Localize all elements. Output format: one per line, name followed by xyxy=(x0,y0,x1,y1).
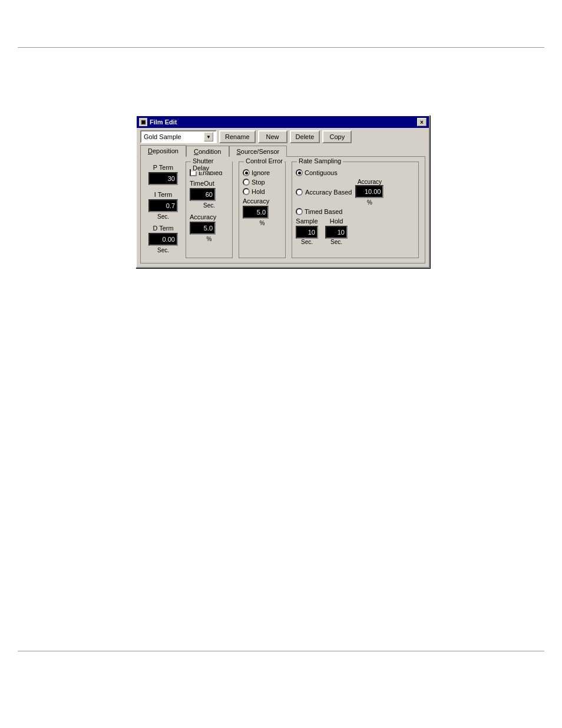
shutter-delay-group: Shutter Delay Enabled TimeOut 60 Sec. Ac… xyxy=(186,162,233,258)
stop-radio[interactable] xyxy=(243,179,250,186)
timeout-input[interactable]: 60 xyxy=(190,188,216,201)
p-term-input[interactable]: 30 xyxy=(148,172,178,185)
page-background: ▣ Film Edit × Gold Sample ▼ Rename New D… xyxy=(0,0,562,728)
hold-radio[interactable] xyxy=(243,188,250,195)
shutter-accuracy-unit: % xyxy=(190,236,229,242)
toolbar: Gold Sample ▼ Rename New Delete Copy xyxy=(137,128,429,146)
ignore-row: Ignore xyxy=(243,169,282,176)
hold-col: Hold 10 Sec. xyxy=(325,218,348,245)
hold-row: Hold xyxy=(243,188,282,195)
tab-deposition[interactable]: Deposition xyxy=(140,145,186,157)
continuous-label: Contiguous xyxy=(305,169,338,176)
copy-button[interactable]: Copy xyxy=(322,130,352,143)
i-term-unit: Sec. xyxy=(157,213,169,220)
accuracy-based-label: Accuracy Based xyxy=(305,189,352,196)
accuracy-header-label: Accuracy xyxy=(358,179,382,185)
stop-row: Stop xyxy=(243,179,282,186)
bottom-divider xyxy=(18,651,544,651)
top-divider xyxy=(18,47,544,48)
film-dropdown[interactable]: Gold Sample ▼ xyxy=(140,130,217,143)
continuous-radio[interactable] xyxy=(296,169,303,176)
sample-col: Sample 10 Sec. xyxy=(296,218,318,245)
sample-label: Sample xyxy=(296,218,318,225)
sample-unit: Sec. xyxy=(301,239,313,245)
tab-deposition-label: Deposition xyxy=(148,147,178,154)
accuracy-based-unit: % xyxy=(367,199,372,206)
i-term-input[interactable]: 0.7 xyxy=(148,199,178,212)
timeout-unit: Sec. xyxy=(190,202,229,209)
film-edit-window: ▣ Film Edit × Gold Sample ▼ Rename New D… xyxy=(135,115,430,268)
shutter-accuracy-label: Accuracy xyxy=(190,213,229,220)
d-term-label: D Term xyxy=(153,225,173,232)
control-accuracy-input[interactable]: 5.0 xyxy=(243,206,269,219)
tab-condition[interactable]: Condition xyxy=(186,146,229,157)
accuracy-based-col: Accuracy Based xyxy=(305,189,352,196)
timeout-label: TimeOut xyxy=(190,180,229,187)
rate-sampling-group: Rate Sampling Contiguous Accuracy Based … xyxy=(292,162,419,258)
accuracy-based-radio[interactable] xyxy=(296,189,303,196)
i-term-label: I Term xyxy=(154,191,172,198)
shutter-accuracy-input[interactable]: 5.0 xyxy=(190,222,216,235)
tab-bar: Deposition Condition Source/Sensor xyxy=(137,146,429,157)
control-accuracy-unit: % xyxy=(243,220,282,226)
rename-button[interactable]: Rename xyxy=(219,130,256,143)
hold-input[interactable]: 10 xyxy=(325,226,348,239)
close-button[interactable]: × xyxy=(417,118,427,126)
hold-label: Hold xyxy=(330,218,343,225)
new-button[interactable]: New xyxy=(258,130,287,143)
rate-sampling-title: Rate Sampling xyxy=(297,157,343,164)
dropdown-value: Gold Sample xyxy=(144,133,181,140)
shutter-delay-title: Shutter Delay xyxy=(191,157,232,172)
d-term-input[interactable]: 0.00 xyxy=(148,233,178,246)
timed-based-radio[interactable] xyxy=(296,208,303,215)
title-bar-left: ▣ Film Edit xyxy=(139,118,177,126)
hold-label: Hold xyxy=(252,188,265,195)
title-bar: ▣ Film Edit × xyxy=(137,116,429,128)
window-icon: ▣ xyxy=(139,118,147,126)
dropdown-arrow-icon[interactable]: ▼ xyxy=(204,132,213,141)
ignore-radio[interactable] xyxy=(243,169,250,176)
content-area: P Term 30 I Term 0.7 Sec. D Term 0.00 Se… xyxy=(140,156,425,263)
p-term-label: P Term xyxy=(153,164,173,171)
accuracy-based-input[interactable]: 10.00 xyxy=(355,185,384,198)
tab-source-sensor-label: Source/Sensor xyxy=(237,148,280,155)
timed-based-label: Timed Based xyxy=(305,208,342,215)
control-error-title: Control Error xyxy=(244,157,285,164)
pid-term-column: P Term 30 I Term 0.7 Sec. D Term 0.00 Se… xyxy=(146,162,181,258)
continuous-row: Contiguous xyxy=(296,169,415,176)
window-title: Film Edit xyxy=(150,118,177,126)
d-term-unit: Sec. xyxy=(157,247,169,253)
timed-based-row: Timed Based xyxy=(296,208,415,215)
hold-unit: Sec. xyxy=(330,239,342,245)
stop-label: Stop xyxy=(252,179,265,186)
ignore-label: Ignore xyxy=(252,169,270,176)
control-error-group: Control Error Ignore Stop Hold Accuracy … xyxy=(239,162,286,258)
sample-input[interactable]: 10 xyxy=(296,226,318,239)
control-accuracy-label: Accuracy xyxy=(243,197,282,205)
tab-condition-label: Condition xyxy=(194,148,222,155)
sample-hold-row: Sample 10 Sec. Hold 10 Sec. xyxy=(296,218,415,245)
tab-source-sensor[interactable]: Source/Sensor xyxy=(229,146,287,157)
delete-button[interactable]: Delete xyxy=(290,130,320,143)
